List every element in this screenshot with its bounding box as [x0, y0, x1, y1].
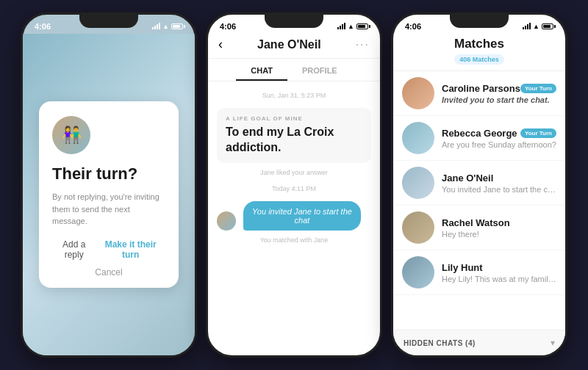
avatar-lily [402, 256, 434, 289]
avatar-jane [402, 167, 434, 199]
avatar-rachel [402, 211, 434, 244]
notch-1 [79, 15, 138, 28]
modal-action-buttons: Add a reply Make it their turn [52, 239, 165, 260]
battery-icon-2 [356, 23, 368, 29]
match-name-row-lily: Lily Hunt [442, 262, 556, 273]
match-preview-caroline: Invited you to start the chat. [442, 95, 556, 104]
battery-icon-3 [542, 23, 553, 29]
modal-description: By not replying, you're inviting them to… [52, 191, 165, 228]
date-label: Sun, Jan 31, 5:23 PM [217, 92, 371, 99]
phone1-background: 👫 Their turn? By not replying, you're in… [23, 34, 195, 355]
life-goal-text: To end my La Croix addiction. [226, 125, 362, 156]
wifi-icon-1: ▲ [162, 23, 169, 30]
match-info-rebecca: Rebecca George Your Turn Are you free Su… [442, 128, 556, 149]
phone-2: 4:06 ▲ ‹ Jane O'Neil ··· CHAT PROFILE Su… [206, 12, 382, 358]
matches-title: Matches [393, 37, 565, 51]
your-turn-badge-rebecca: Your Turn [520, 128, 556, 138]
tab-profile[interactable]: PROFILE [287, 63, 352, 81]
make-their-turn-button[interactable]: Make it their turn [96, 239, 165, 260]
match-name-row-jane: Jane O'Neil [442, 173, 556, 184]
time-3: 4:06 [405, 22, 421, 31]
status-icons-3: ▲ [523, 23, 553, 30]
match-preview-lily: Hey Lily! This was at my family's beac..… [442, 275, 556, 283]
cancel-row: Cancel [52, 267, 165, 278]
match-name-row-rachel: Rachel Watson [442, 217, 556, 228]
match-item-rebecca[interactable]: Rebecca George Your Turn Are you free Su… [393, 116, 565, 161]
match-item-caroline[interactable]: Caroline Parsons Your Turn Invited you t… [393, 71, 565, 116]
back-button[interactable]: ‹ [218, 37, 223, 52]
chat-header: ‹ Jane O'Neil ··· [208, 34, 380, 59]
notch-3 [450, 15, 509, 28]
hidden-chats-label: HIDDEN CHATS (4) [404, 339, 476, 347]
match-item-lily[interactable]: Lily Hunt Hey Lily! This was at my famil… [393, 250, 565, 295]
matches-list: Caroline Parsons Your Turn Invited you t… [393, 71, 565, 330]
matched-label: You matched with Jane [217, 236, 371, 244]
wifi-icon-3: ▲ [533, 23, 539, 30]
more-options-button[interactable]: ··· [356, 38, 370, 51]
invited-message-bubble: You invited Jane to start the chat [243, 201, 361, 231]
match-info-jane: Jane O'Neil You invited Jane to start th… [442, 173, 556, 194]
chat-tabs: CHAT PROFILE [208, 59, 380, 81]
signal-icon-2 [337, 23, 345, 29]
match-item-rachel[interactable]: Rachel Watson Hey there! [393, 206, 565, 250]
their-turn-modal: 👫 Their turn? By not replying, you're in… [39, 101, 179, 288]
time-1: 4:06 [35, 22, 51, 31]
cancel-button[interactable]: Cancel [52, 267, 165, 278]
status-icons-1: ▲ [152, 23, 183, 30]
match-name-rebecca: Rebecca George [442, 128, 517, 139]
match-item-jane[interactable]: Jane O'Neil You invited Jane to start th… [393, 161, 565, 206]
match-name-jane: Jane O'Neil [442, 173, 493, 184]
match-name-rachel: Rachel Watson [442, 217, 510, 228]
notch-2 [265, 15, 323, 28]
match-info-caroline: Caroline Parsons Your Turn Invited you t… [442, 83, 556, 104]
status-icons-2: ▲ [337, 23, 368, 30]
match-name-row-rebecca: Rebecca George Your Turn [442, 128, 556, 139]
matches-header: Matches 406 Matches [393, 34, 565, 71]
signal-icon-3 [523, 23, 531, 29]
match-info-lily: Lily Hunt Hey Lily! This was at my famil… [442, 262, 556, 283]
liked-label: Jane liked your answer [217, 169, 371, 176]
modal-avatar: 👫 [52, 116, 90, 154]
matches-count-badge: 406 Matches [454, 54, 504, 65]
match-name-lily: Lily Hunt [442, 262, 483, 273]
chat-body: Sun, Jan 31, 5:23 PM A LIFE GOAL OF MINE… [208, 81, 380, 355]
match-name-row-caroline: Caroline Parsons Your Turn [442, 83, 556, 94]
chat-person-name: Jane O'Neil [257, 38, 321, 51]
your-turn-badge-caroline: Your Turn [520, 84, 556, 93]
match-name-caroline: Caroline Parsons [442, 83, 520, 94]
tab-chat[interactable]: CHAT [236, 63, 287, 81]
wifi-icon-2: ▲ [348, 23, 354, 30]
hidden-chats-bar[interactable]: HIDDEN CHATS (4) ▾ [393, 330, 565, 355]
today-label: Today 4:11 PM [217, 185, 371, 192]
time-2: 4:06 [220, 22, 236, 31]
life-goal-label: A LIFE GOAL OF MINE [226, 115, 362, 122]
phone-3: 4:06 ▲ Matches 406 Matches Caroline Pars… [391, 12, 567, 358]
match-info-rachel: Rachel Watson Hey there! [442, 217, 556, 239]
user-mini-avatar [217, 211, 236, 231]
avatar-rebecca [402, 122, 434, 154]
avatar-caroline [402, 77, 434, 109]
phone-1: 4:06 ▲ 👫 Their turn? By not replying, yo… [21, 12, 197, 358]
modal-title: Their turn? [52, 164, 165, 184]
battery-icon-1 [171, 23, 183, 29]
chat-message-row: You invited Jane to start the chat [217, 201, 371, 231]
life-goal-card: A LIFE GOAL OF MINE To end my La Croix a… [217, 108, 371, 163]
signal-icon-1 [152, 23, 160, 29]
match-preview-rachel: Hey there! [442, 230, 556, 239]
match-preview-rebecca: Are you free Sunday afternoon? [442, 140, 556, 149]
match-preview-jane: You invited Jane to start the chat. [442, 185, 556, 194]
add-reply-button[interactable]: Add a reply [52, 239, 96, 260]
chevron-down-icon: ▾ [551, 338, 555, 348]
